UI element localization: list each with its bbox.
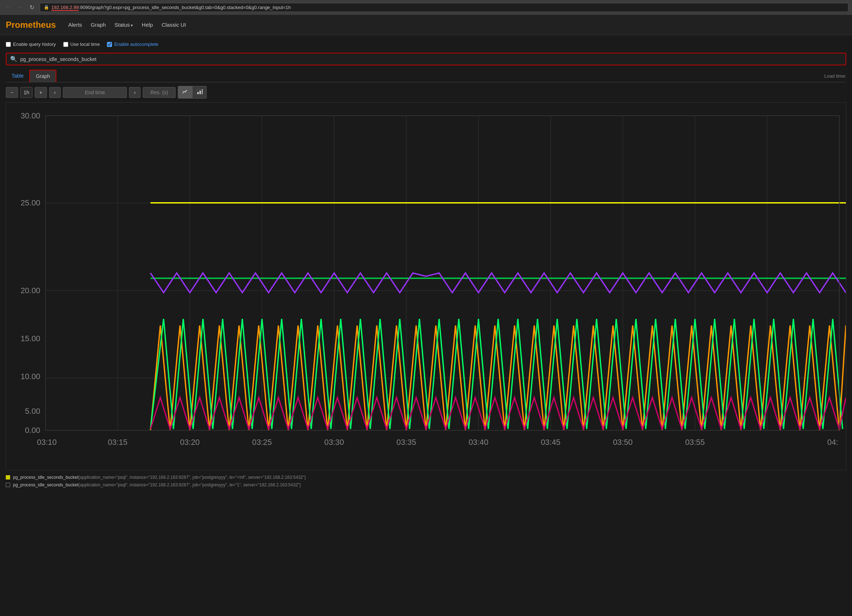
stacked-chart-icon [196, 89, 203, 95]
zoom-out-button[interactable]: − [6, 87, 18, 98]
x-label-0310: 03:10 [37, 438, 56, 447]
x-label-0345: 03:45 [541, 438, 560, 447]
main-content: Enable query history Use local time Enab… [0, 35, 852, 494]
nav-status[interactable]: Status [111, 20, 137, 30]
app-header: Prometheus Alerts Graph Status Help Clas… [0, 15, 852, 35]
x-label-04: 04: [828, 438, 838, 447]
x-label-0335: 03:35 [396, 438, 416, 447]
app-logo: Prometheus [6, 20, 56, 30]
y-label-20: 20.00 [21, 286, 40, 295]
query-options: Enable query history Use local time Enab… [6, 39, 846, 49]
main-nav: Alerts Graph Status Help Classic UI [65, 20, 190, 30]
use-local-time-text: Use local time [71, 42, 100, 47]
legend-labels-1: {application_name="psql", instance="192.… [79, 475, 306, 480]
reload-button[interactable]: ↻ [27, 2, 37, 12]
legend-metric-2: pg_process_idle_seconds_bucket [13, 482, 79, 488]
chart-type-buttons [178, 86, 207, 99]
url-path: /graph?g0.expr=pg_process_idle_seconds_b… [90, 5, 290, 10]
legend-area: pg_process_idle_seconds_bucket{applicati… [6, 470, 846, 488]
legend-text-1: pg_process_idle_seconds_bucket{applicati… [13, 474, 306, 480]
svg-rect-1 [197, 92, 199, 94]
legend-labels-2: {application_name="psql", instance="192.… [79, 482, 301, 488]
chart-container: 30.00 25.00 20.00 15.00 10.00 5.00 0.00 … [6, 102, 846, 470]
enable-history-checkbox[interactable] [6, 42, 11, 47]
x-label-0320: 03:20 [180, 438, 199, 447]
svg-rect-2 [199, 90, 201, 94]
legend-item-2: pg_process_idle_seconds_bucket{applicati… [6, 482, 846, 488]
legend-swatch-1 [6, 475, 10, 479]
prev-time-button[interactable]: ‹ [49, 87, 61, 98]
url-host: 192.168.2.99 [51, 5, 79, 11]
y-label-10: 10.00 [21, 372, 40, 381]
enable-autocomplete-checkbox[interactable] [107, 42, 112, 47]
y-label-0: 0.00 [25, 426, 40, 435]
graph-controls: − 1h + ‹ End time › Res. (s) [6, 82, 846, 102]
legend-item-1: pg_process_idle_seconds_bucket{applicati… [6, 474, 846, 480]
lock-icon: 🔒 [44, 5, 49, 10]
zoom-in-button[interactable]: + [35, 87, 47, 98]
nav-help[interactable]: Help [138, 20, 156, 30]
tabs-bar: Table Graph Load time: [6, 70, 846, 82]
range-label: 1h [20, 87, 33, 98]
query-input[interactable] [20, 56, 842, 62]
load-time: Load time: [824, 73, 846, 79]
forward-button[interactable]: → [15, 2, 25, 12]
search-bar: 🔍 [6, 53, 846, 65]
end-time-button[interactable]: End time [63, 87, 127, 98]
enable-history-label[interactable]: Enable query history [6, 42, 56, 47]
browser-nav-buttons: ← → ↻ [4, 2, 37, 12]
next-time-button[interactable]: › [129, 87, 140, 98]
search-icon: 🔍 [10, 56, 17, 62]
stacked-chart-button[interactable] [192, 86, 207, 99]
tab-table[interactable]: Table [6, 70, 29, 81]
x-label-0350: 03:50 [613, 438, 632, 447]
tab-graph[interactable]: Graph [29, 70, 56, 82]
line-chart-icon [182, 89, 188, 95]
browser-toolbar: ← → ↻ 🔒 192.168.2.99:9090/graph?g0.expr=… [0, 0, 852, 14]
chart-svg: 30.00 25.00 20.00 15.00 10.00 5.00 0.00 … [6, 102, 846, 470]
legend-metric-1: pg_process_idle_seconds_bucket [13, 475, 79, 480]
back-button[interactable]: ← [4, 2, 14, 12]
y-label-15: 15.00 [21, 334, 40, 343]
use-local-time-checkbox[interactable] [63, 42, 68, 47]
x-label-0340: 03:40 [468, 438, 488, 447]
address-bar[interactable]: 🔒 192.168.2.99:9090/graph?g0.expr=pg_pro… [40, 3, 848, 12]
line-chart-button[interactable] [178, 86, 192, 99]
url-port: :9090 [79, 5, 91, 10]
nav-graph[interactable]: Graph [87, 20, 109, 30]
y-label-25: 25.00 [21, 198, 40, 207]
x-label-0355: 03:55 [685, 438, 705, 447]
enable-history-text: Enable query history [13, 42, 56, 47]
y-label-5: 5.00 [25, 407, 40, 416]
legend-swatch-2 [6, 483, 10, 487]
x-label-0325: 03:25 [252, 438, 272, 447]
nav-classic-ui[interactable]: Classic UI [158, 20, 190, 30]
enable-autocomplete-label[interactable]: Enable autocomplete [107, 42, 158, 47]
x-label-0315: 03:15 [108, 438, 127, 447]
use-local-time-label[interactable]: Use local time [63, 42, 100, 47]
enable-autocomplete-text: Enable autocomplete [114, 42, 158, 47]
nav-alerts[interactable]: Alerts [65, 20, 86, 30]
url-text: 192.168.2.99:9090/graph?g0.expr=pg_proce… [51, 5, 291, 10]
y-label-30: 30.00 [21, 111, 40, 120]
resolution-button[interactable]: Res. (s) [143, 87, 175, 98]
x-label-0330: 03:30 [325, 438, 344, 447]
browser-chrome: ← → ↻ 🔒 192.168.2.99:9090/graph?g0.expr=… [0, 0, 852, 15]
legend-text-2: pg_process_idle_seconds_bucket{applicati… [13, 482, 301, 488]
